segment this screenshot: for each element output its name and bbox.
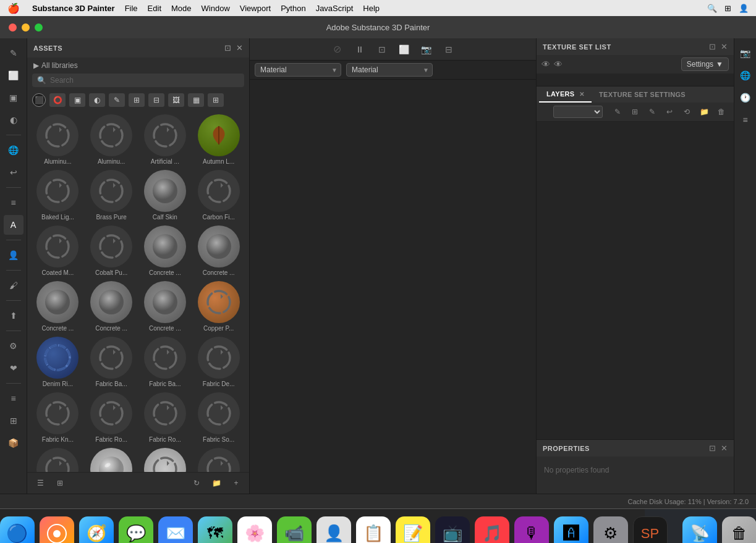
history-tool[interactable]: ≡ — [4, 389, 23, 408]
apple-menu[interactable]: 🍎 — [7, 2, 20, 14]
asset-item-16[interactable]: Denim Ri... — [32, 335, 83, 389]
asset-item-12[interactable]: Concrete ... — [32, 280, 83, 333]
asset-item-8[interactable]: Coated M... — [32, 224, 83, 277]
dock-messages[interactable]: 💬 — [119, 516, 153, 544]
sphere-icon-btn[interactable]: 🌐 — [736, 65, 755, 85]
asset-item-26[interactable]: Gold Pure — [140, 447, 191, 472]
filter-img-btn[interactable]: 🖼 — [168, 93, 184, 107]
asset-item-17[interactable]: Fabric Ba... — [86, 335, 137, 389]
menu-help[interactable]: Help — [363, 4, 380, 13]
bake-tool[interactable]: ↩ — [4, 162, 23, 182]
notification-icon[interactable]: 👤 — [739, 4, 749, 13]
refresh-btn[interactable]: ↻ — [189, 476, 205, 490]
menu-mode[interactable]: Mode — [171, 4, 192, 13]
layers-tab[interactable]: LAYERS ✕ — [539, 86, 592, 103]
asset-item-14[interactable]: Concrete ... — [140, 280, 191, 333]
dock-launchpad[interactable] — [40, 516, 74, 544]
geometry-tool[interactable]: 🌐 — [4, 140, 23, 160]
texture-set-settings-tab[interactable]: TEXTURE SET SETTINGS — [592, 87, 693, 102]
vp-env-btn[interactable]: ⬜ — [396, 41, 413, 58]
control-center-icon[interactable]: ⊞ — [724, 4, 731, 13]
person-tool[interactable]: 👤 — [4, 245, 23, 265]
asset-item-23[interactable]: Fabric So... — [193, 391, 244, 444]
asset-item-15[interactable]: Copper P... — [193, 280, 244, 333]
dock-reminders[interactable]: 📋 — [356, 516, 391, 544]
asset-item-10[interactable]: Concrete ... — [140, 224, 191, 277]
layer-tool[interactable]: ≡ — [4, 193, 23, 213]
assets-close-btn[interactable]: ✕ — [236, 43, 243, 53]
asset-item-21[interactable]: Fabric Ro... — [86, 391, 137, 444]
folder-btn[interactable]: 📁 — [208, 476, 224, 490]
dock-facetime[interactable]: 📹 — [277, 516, 312, 544]
filter-pen-btn[interactable]: ✎ — [109, 93, 125, 107]
dock-photos[interactable]: 🌸 — [237, 516, 272, 544]
vp-camera2-btn[interactable]: 📷 — [418, 41, 435, 58]
dock-safari[interactable]: 🧭 — [79, 516, 114, 544]
filter-all-btn[interactable]: ⬛ — [32, 93, 46, 107]
export-tool[interactable]: ⬆ — [4, 306, 23, 326]
brush-tool[interactable]: 🖌 — [4, 276, 23, 295]
asset-item-9[interactable]: Cobalt Pu... — [86, 224, 137, 277]
blend-mode-select[interactable] — [553, 106, 603, 118]
redo-layer-btn[interactable]: ⟲ — [679, 105, 694, 119]
vp-camera-btn[interactable]: ⊘ — [329, 41, 346, 58]
asset-item-27[interactable]: Gouache ... — [193, 447, 244, 472]
filter-view-btn[interactable]: ⊞ — [208, 93, 224, 107]
list-icon-btn[interactable]: ≡ — [736, 110, 755, 130]
grid-view-btn[interactable]: ⊞ — [52, 476, 68, 490]
asset-item-11[interactable]: Concrete ... — [193, 224, 244, 277]
add-btn[interactable]: + — [228, 476, 244, 490]
material-dropdown-right[interactable]: Material — [346, 63, 433, 77]
layers-tool[interactable]: ⊞ — [4, 411, 23, 431]
menu-window[interactable]: Window — [202, 4, 230, 13]
dock-mail[interactable]: ✉️ — [158, 516, 193, 544]
asset-item-24[interactable]: Fabric Su... — [32, 447, 83, 472]
asset-item-13[interactable]: Concrete ... — [86, 280, 137, 333]
asset-item-1[interactable]: Aluminu... — [86, 113, 137, 166]
history-icon-btn[interactable]: 🕐 — [736, 88, 755, 107]
tsl-expand-btn[interactable]: ⊡ — [709, 42, 716, 51]
filter-half-btn[interactable]: ◐ — [89, 93, 105, 107]
folder-layer-btn[interactable]: 📁 — [697, 105, 711, 119]
minimize-button[interactable] — [22, 23, 30, 32]
tsl-close-btn[interactable]: ✕ — [721, 42, 728, 51]
dock-podcasts[interactable]: 🎙 — [514, 516, 549, 544]
asset-item-18[interactable]: Fabric Ba... — [140, 335, 191, 389]
list-view-btn[interactable]: ☰ — [32, 476, 48, 490]
camera-icon-btn[interactable]: 📷 — [736, 43, 755, 63]
asset-item-3[interactable]: Autumn L... — [193, 113, 244, 166]
menu-python[interactable]: Python — [281, 4, 305, 13]
dock-substance[interactable]: SP — [633, 516, 668, 544]
dock-maps[interactable]: 🗺 — [198, 516, 232, 544]
menu-edit[interactable]: Edit — [148, 4, 161, 13]
material-dropdown-left[interactable]: Material — [255, 63, 341, 77]
assets-expand-btn[interactable]: ⊡ — [224, 43, 231, 53]
asset-item-6[interactable]: Calf Skin — [140, 169, 191, 222]
undo-layer-btn[interactable]: ↩ — [662, 105, 677, 119]
delete-layer-btn[interactable]: 🗑 — [714, 105, 729, 119]
asset-item-19[interactable]: Fabric De... — [193, 335, 244, 389]
close-button[interactable] — [9, 23, 17, 32]
menu-javascript[interactable]: JavaScript — [316, 4, 354, 13]
effects-tool[interactable]: ❤ — [4, 358, 23, 378]
stencil-tool[interactable]: ◐ — [4, 110, 23, 130]
dock-music[interactable]: 🎵 — [475, 516, 509, 544]
dock-tv[interactable]: 📺 — [435, 516, 470, 544]
projection-tool[interactable]: ▣ — [4, 88, 23, 107]
tsl-eye-btn[interactable]: 👁 — [542, 59, 550, 69]
layers-tab-close[interactable]: ✕ — [579, 91, 584, 98]
settings-tool[interactable]: ⚙ — [4, 336, 23, 356]
menu-viewport[interactable]: Viewport — [240, 4, 271, 13]
menu-file[interactable]: File — [125, 4, 138, 13]
asset-item-0[interactable]: Aluminu... — [32, 113, 83, 166]
vp-mode-btn[interactable]: ⊡ — [373, 41, 391, 58]
new-paint-layer-btn[interactable]: ✎ — [610, 105, 625, 119]
dock-notes[interactable]: 📝 — [396, 516, 430, 544]
asset-item-20[interactable]: Fabric Kn... — [32, 391, 83, 444]
asset-item-7[interactable]: Carbon Fi... — [193, 169, 244, 222]
filter-texture-btn[interactable]: ▦ — [188, 93, 204, 107]
dock-finder[interactable]: 🔵 — [0, 516, 35, 544]
dock-systemprefs[interactable]: ⚙ — [593, 516, 628, 544]
assets-tool[interactable]: A — [4, 215, 23, 235]
dock-contacts[interactable]: 👤 — [316, 516, 351, 544]
